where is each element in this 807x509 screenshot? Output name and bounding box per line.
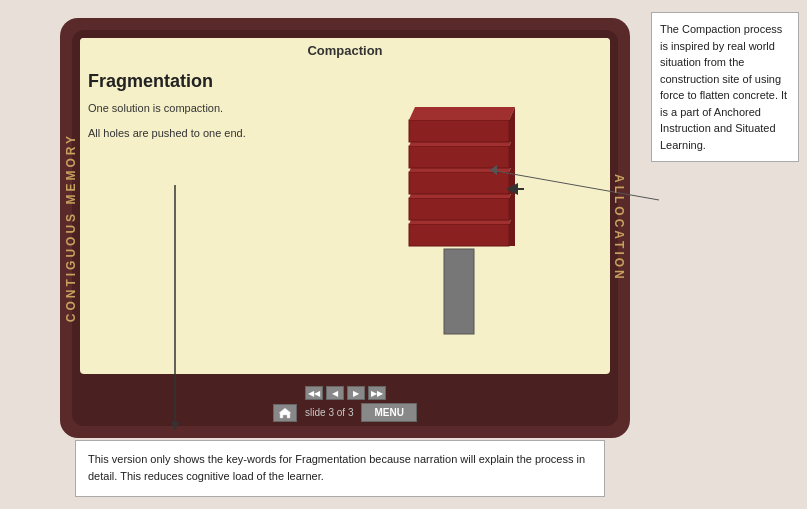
svg-rect-13 [409,120,509,142]
bottom-annotation-box: This version only shows the key-words fo… [75,440,605,497]
svg-marker-14 [409,107,515,120]
slide-title: Compaction [80,38,610,63]
slide-body: Fragmentation One solution is compaction… [80,63,610,374]
slide-controls: ◀◀ ◀ ▶ ▶▶ [305,386,386,400]
svg-rect-0 [444,249,474,334]
annotation-box: The Compaction process is inspired by re… [651,12,799,162]
svg-marker-17 [279,408,291,418]
right-label: ALLOCATION [610,170,628,286]
nav-bar: ◀◀ ◀ ▶ ▶▶ slide 3 of 3 MENU [72,382,618,426]
slide-right-panel [316,71,602,366]
slide-info: slide 3 of 3 [305,407,353,418]
slide-left-panel: Fragmentation One solution is compaction… [88,71,308,366]
compaction-visual [379,99,539,339]
svg-rect-7 [409,172,509,194]
menu-button[interactable]: MENU [361,403,416,422]
next-slide-button[interactable]: ▶ [347,386,365,400]
home-button[interactable] [273,404,297,422]
device-frame: CONTIGUOUS MEMORY ALLOCATION Compaction … [60,18,630,438]
prev-slide-button[interactable]: ◀ [326,386,344,400]
nav-bottom: slide 3 of 3 MENU [273,403,417,422]
slide-heading: Fragmentation [88,71,308,92]
content-area: Compaction Fragmentation One solution is… [80,38,610,374]
left-label: CONTIGUOUS MEMORY [62,129,80,326]
annotation-text: The Compaction process is inspired by re… [660,23,787,151]
slide-text1: One solution is compaction. [88,100,308,117]
slide-text2: All holes are pushed to one end. [88,125,308,142]
first-slide-button[interactable]: ◀◀ [305,386,323,400]
last-slide-button[interactable]: ▶▶ [368,386,386,400]
svg-rect-10 [409,146,509,168]
bottom-annotation-text: This version only shows the key-words fo… [88,453,585,483]
home-icon [278,407,292,419]
device-inner: Compaction Fragmentation One solution is… [72,30,618,426]
svg-rect-4 [409,198,509,220]
svg-rect-1 [409,224,509,246]
